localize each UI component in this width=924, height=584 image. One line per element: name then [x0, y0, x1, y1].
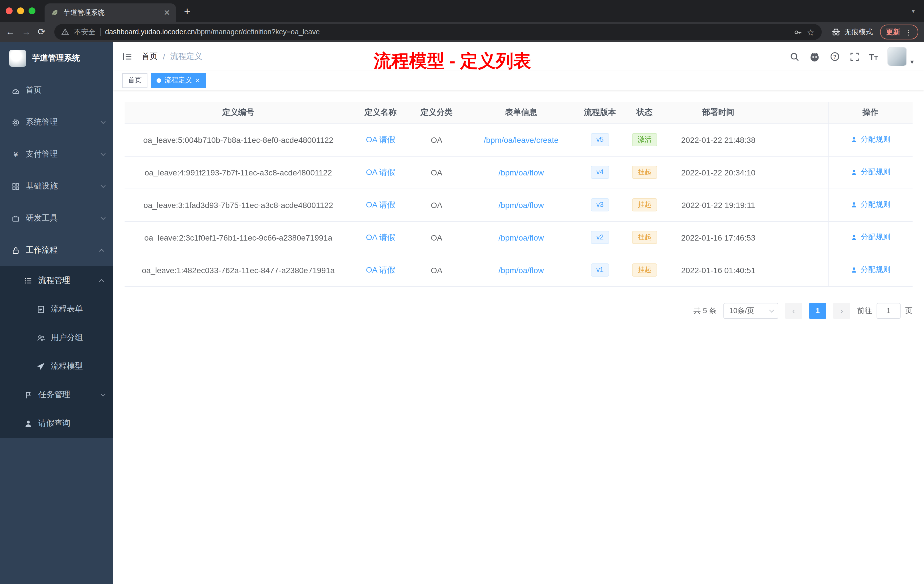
next-page-button[interactable]: ›: [833, 303, 850, 318]
sidebar-item-label: 首页: [26, 85, 104, 96]
assign-rule-link[interactable]: 分配规则: [851, 167, 891, 177]
person-icon: [851, 168, 858, 176]
bookmark-star-icon[interactable]: ☆: [807, 28, 815, 36]
column-header-id: 定义编号: [125, 102, 352, 124]
chevron-down-icon: [101, 119, 106, 124]
table-row: oa_leave:4:991f2193-7b7f-11ec-a3c8-acde4…: [125, 156, 912, 188]
browser-update-button[interactable]: 更新 ⋮: [880, 25, 918, 40]
table-row: oa_leave:5:004b710b-7b8a-11ec-8ef0-acde4…: [125, 124, 912, 156]
url-host: dashboard.yudao.iocoder.cn: [105, 28, 195, 36]
form-link[interactable]: /bpm/oa/flow: [498, 200, 544, 210]
hamburger-icon[interactable]: [122, 51, 132, 62]
chevron-up-icon: [99, 249, 104, 254]
tab-close-icon[interactable]: ✕: [164, 8, 170, 16]
assign-rule-link[interactable]: 分配规则: [851, 232, 891, 243]
zoom-window-button[interactable]: [28, 7, 35, 14]
security-label[interactable]: 不安全: [74, 27, 96, 37]
form-link[interactable]: /bpm/oa/flow: [498, 266, 544, 275]
sidebar-item-process-model[interactable]: 流程模型: [0, 352, 113, 381]
sidebar-item-user-group[interactable]: 用户分组: [0, 323, 113, 352]
browser-window: 芋道管理系统 ✕ + ▾ ← → ⟳ 不安全 dashboard.yudao.i…: [0, 0, 924, 584]
form-link[interactable]: /bpm/oa/flow: [498, 168, 544, 177]
status-badge: 挂起: [632, 231, 657, 244]
assign-rule-link[interactable]: 分配规则: [851, 265, 891, 275]
assign-rule-link[interactable]: 分配规则: [851, 200, 891, 210]
back-button[interactable]: ←: [6, 27, 15, 36]
sidebar-item-label: 流程管理: [38, 276, 95, 286]
cell-id: oa_leave:5:004b710b-7b8a-11ec-8ef0-acde4…: [125, 124, 352, 156]
tag-process-definition[interactable]: 流程定义 ×: [151, 73, 205, 88]
sidebar-item-label: 任务管理: [38, 390, 95, 400]
toolbox-icon: [12, 214, 20, 223]
address-bar[interactable]: 不安全 dashboard.yudao.iocoder.cn/bpm/manag…: [54, 24, 822, 40]
sidebar-item-system[interactable]: 系统管理: [0, 106, 113, 138]
definition-name-link[interactable]: OA 请假: [366, 167, 396, 176]
url-text: dashboard.yudao.iocoder.cn/bpm/manager/d…: [105, 28, 320, 36]
table-row: oa_leave:2:3c1f0ef1-76b1-11ec-9c66-a2380…: [125, 221, 912, 254]
password-key-icon[interactable]: [794, 28, 802, 36]
dashboard-icon: [12, 86, 20, 94]
fullscreen-icon[interactable]: [850, 52, 860, 61]
version-badge: v5: [591, 133, 609, 146]
tab-search-icon[interactable]: ▾: [912, 7, 915, 15]
user-avatar[interactable]: [888, 47, 907, 66]
minimize-window-button[interactable]: [17, 7, 24, 14]
table-header-row: 定义编号 定义名称 定义分类 表单信息 流程版本 状态 部署时间 操作: [125, 102, 912, 124]
reload-button[interactable]: ⟳: [38, 27, 45, 36]
tag-label: 流程定义: [165, 76, 192, 85]
goto-page-input[interactable]: [876, 303, 901, 318]
tag-close-icon[interactable]: ×: [195, 77, 200, 84]
logo-avatar: [9, 50, 26, 67]
assign-rule-link[interactable]: 分配规则: [851, 135, 891, 145]
goto-suffix: 页: [905, 305, 912, 316]
browser-tab[interactable]: 芋道管理系统 ✕: [45, 3, 176, 22]
page-size-select[interactable]: 10条/页: [723, 303, 778, 318]
help-icon[interactable]: ?: [830, 51, 840, 62]
table-row: oa_leave:3:1fad3d93-7b75-11ec-a3c8-acde4…: [125, 188, 912, 221]
incognito-icon: [831, 27, 841, 37]
chevron-down-icon: [101, 391, 106, 397]
incognito-label: 无痕模式: [844, 27, 873, 37]
sidebar-item-label: 用户分组: [51, 333, 104, 343]
person-icon: [851, 136, 858, 144]
definition-name-link[interactable]: OA 请假: [366, 265, 396, 274]
workflow-submenu: 流程管理 流程表单 用户分组 流程模型 任务管理: [0, 266, 113, 438]
definition-name-link[interactable]: OA 请假: [366, 200, 396, 209]
github-icon[interactable]: [809, 51, 820, 62]
column-header-form: 表单信息: [464, 102, 578, 124]
form-link[interactable]: /bpm/oa/flow: [498, 233, 544, 242]
yen-icon: ¥: [12, 150, 20, 159]
sidebar-item-infrastructure[interactable]: 基础设施: [0, 170, 113, 202]
font-size-icon[interactable]: TT: [869, 52, 878, 61]
prev-page-button[interactable]: ‹: [785, 303, 802, 318]
close-window-button[interactable]: [6, 7, 13, 14]
cell-category: OA: [409, 221, 464, 254]
sidebar-item-workflow[interactable]: 工作流程: [0, 234, 113, 266]
form-link[interactable]: /bpm/oa/leave/create: [484, 135, 559, 144]
user-menu[interactable]: ▼: [888, 47, 915, 66]
sidebar-item-process-form[interactable]: 流程表单: [0, 295, 113, 323]
sidebar-item-payment[interactable]: ¥ 支付管理: [0, 138, 113, 170]
sidebar-item-process-management[interactable]: 流程管理: [0, 266, 113, 295]
chevron-down-icon: [101, 183, 106, 188]
search-icon[interactable]: [790, 52, 799, 61]
cell-category: OA: [409, 156, 464, 188]
column-header-actions: 操作: [828, 102, 912, 124]
sidebar: 芋道管理系统 首页 系统管理 ¥ 支付管理 基础设施: [0, 42, 113, 584]
definition-name-link[interactable]: OA 请假: [366, 135, 396, 144]
gear-icon: [12, 118, 20, 127]
browser-menu-icon[interactable]: ⋮: [905, 28, 912, 36]
sidebar-item-leave-query[interactable]: 请假查询: [0, 409, 113, 438]
sidebar-item-devtools[interactable]: 研发工具: [0, 202, 113, 234]
tag-home[interactable]: 首页: [122, 73, 147, 88]
sidebar-item-task-management[interactable]: 任务管理: [0, 381, 113, 409]
active-dot: [157, 78, 161, 82]
breadcrumb-separator: /: [163, 52, 165, 61]
sidebar-item-home[interactable]: 首页: [0, 74, 113, 106]
new-tab-button[interactable]: +: [184, 5, 190, 16]
grid-icon: [12, 182, 20, 191]
page-number-button[interactable]: 1: [809, 303, 826, 318]
breadcrumb-home[interactable]: 首页: [142, 51, 158, 62]
forward-button[interactable]: →: [22, 27, 31, 36]
definition-name-link[interactable]: OA 请假: [366, 232, 396, 241]
